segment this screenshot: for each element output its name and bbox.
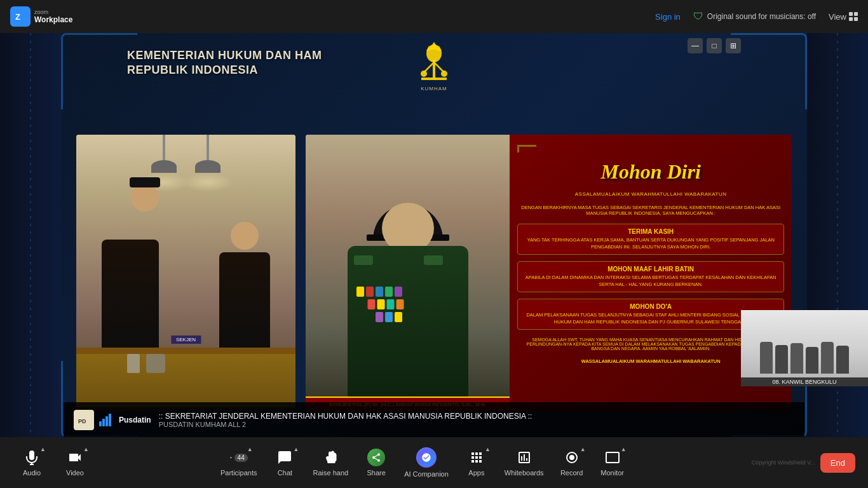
raise-hand-icon (322, 449, 339, 466)
officer-uniform (348, 246, 468, 411)
record-label: Record (560, 469, 583, 477)
left-video-panel: SEKJEN (76, 135, 295, 411)
kanwil-label: 08. KANWIL BENGKULU (741, 377, 868, 386)
thumbnail-content (741, 310, 868, 386)
center-logo: KUMHAM (415, 41, 453, 92)
apps-icon: ▲ (468, 449, 485, 466)
epaulette-right (424, 255, 443, 265)
epaulette-left (354, 255, 373, 265)
svg-line-5 (424, 62, 434, 72)
pusdatin-logo: PD Pusdatin (74, 410, 151, 430)
ceiling-lamp-2 (207, 135, 209, 173)
ministry-emblem (415, 41, 453, 88)
ai-companion-button[interactable]: AI Companion (398, 444, 455, 482)
apps-label: Apps (468, 469, 484, 477)
caption-line1: :: SEKRETARIAT JENDERAL KEMENTERIAN HUKU… (159, 412, 794, 421)
apps-button[interactable]: ▲ Apps (458, 445, 496, 480)
chat-button[interactable]: ▲ Chat (266, 445, 304, 480)
audio-label: Audio (23, 469, 41, 477)
video-button[interactable]: ▲ Video (56, 445, 94, 480)
topbar: Z zoom Workplace Sign in 🛡 Original soun… (0, 0, 868, 33)
zoom-logo-text: zoom Workplace (34, 9, 72, 24)
ai-companion-label: AI Companion (404, 470, 449, 478)
share-icon-bg (367, 449, 385, 466)
name-plate: SEKJEN (171, 336, 201, 344)
video-label: Video (66, 469, 84, 477)
caption-text-area: :: SEKRETARIAT JENDERAL KEMENTERIAN HUKU… (159, 412, 794, 428)
left-video-content: SEKJEN (76, 135, 295, 411)
thumbnail-panel: 08. KANWIL BENGKULU (741, 310, 868, 386)
view-button[interactable]: View (829, 12, 858, 22)
monitor-label: Monitor (600, 469, 624, 477)
participants-icon: ▲ 44 (230, 449, 248, 466)
toolbar-center-group: ▲ 44 Participants ▲ Chat Raise hand (214, 444, 632, 482)
section3-title: MOHON DO'A (523, 303, 778, 310)
person-1 (102, 209, 159, 354)
section-mohon-maaf: MOHON MAAF LAHIR BATIN APABILA DI DALAM … (517, 261, 784, 292)
video-icon: ▲ (66, 449, 84, 466)
ministry-title: KEMENTERIAN HUKUM DAN HAM REPUBLIK INDON… (127, 48, 322, 78)
video-grid: SEKJEN (64, 39, 804, 399)
section2-body: APABILA DI DALAM DINAMIKA DAN INTERAKSI … (523, 274, 778, 288)
participants-button[interactable]: ▲ 44 Participants (214, 445, 263, 480)
audio-button[interactable]: ▲ Audio (13, 445, 51, 480)
svg-point-8 (441, 71, 447, 77)
caption-bar: PD Pusdatin :: SEKRETARIAT JENDERAL KEME… (64, 402, 804, 437)
medals-row-3 (376, 312, 402, 322)
caption-line2: PUSDATIN KUMHAM ALL 2 (159, 421, 794, 428)
medals-row-1 (356, 287, 402, 297)
chat-icon: ▲ (276, 449, 294, 466)
svg-point-7 (421, 71, 427, 77)
raise-hand-label: Raise hand (313, 469, 348, 477)
officer-photo-area: KOMJEN POL (P) Dr. (H.C.) ANDAP BUDHI RE… (306, 135, 510, 411)
left-decoration (0, 33, 61, 437)
deco-corner-tl (517, 145, 536, 152)
presentation-content: KOMJEN POL (P) Dr. (H.C.) ANDAP BUDHI RE… (306, 135, 792, 411)
original-sound-indicator: 🛡 Original sound for musicians: off (693, 11, 816, 22)
ai-icon-bg (417, 449, 435, 466)
whiteboards-label: Whiteboards (505, 469, 544, 477)
record-button[interactable]: ▲ Record (553, 445, 591, 480)
toolbar-left-group: ▲ Audio ▲ Video (13, 445, 94, 480)
main-video-area: KEMENTERIAN HUKUM DAN HAM REPUBLIK INDON… (0, 33, 868, 437)
section3-body: DALAM PELAKSANAAN TUGAS SELANJUTNYA SEBA… (523, 312, 778, 325)
section1-title: TERIMA KASIH (523, 228, 778, 235)
share-label: Share (367, 469, 385, 477)
end-meeting-button[interactable]: End (820, 453, 855, 473)
whiteboards-button[interactable]: Whiteboards (498, 445, 550, 480)
participants-label: Participants (220, 469, 257, 477)
mohon-diri-title: Mohon Diri (517, 160, 784, 184)
share-button[interactable]: Share (357, 445, 395, 480)
officer-figure (338, 170, 478, 411)
signal-bars (99, 414, 111, 426)
ai-companion-icon (416, 447, 437, 468)
toolbar-right-group: Copyright Windshield V... End (752, 453, 855, 473)
svg-point-15 (569, 455, 574, 460)
section-terima-kasih: TERIMA KASIH YANG TAK TERHINGGA ATAS KER… (517, 224, 784, 255)
medals-row-2 (367, 299, 403, 309)
intro-text: DENGAN BERAKHIRNYA MASA TUGAS SEBAGAI SE… (517, 205, 784, 216)
svg-rect-4 (421, 78, 447, 80)
shield-icon: 🛡 (693, 11, 703, 22)
svg-line-6 (434, 62, 444, 72)
svg-text:PD: PD (78, 418, 86, 424)
copyright-text: Copyright Windshield V... (752, 459, 815, 466)
thumbnail-people (747, 316, 862, 374)
audio-icon: ▲ (23, 449, 41, 466)
raise-hand-button[interactable]: Raise hand (306, 445, 355, 480)
zoom-logo: Z zoom Workplace (10, 6, 72, 27)
svg-text:Z: Z (15, 12, 20, 22)
topbar-right: Sign in 🛡 Original sound for musicians: … (655, 11, 858, 22)
participants-count: 44 (234, 454, 248, 462)
ministry-header: KEMENTERIAN HUKUM DAN HAM REPUBLIK INDON… (127, 48, 322, 78)
sign-in-button[interactable]: Sign in (655, 12, 681, 22)
greeting-text: ASSALAMUALAIKUM WARAHMATULLAHI WABARAKAT… (517, 191, 784, 197)
whiteboards-icon (515, 449, 533, 466)
monitor-icon: ▲ (604, 449, 621, 466)
pusdatin-logo-box: PD (74, 410, 94, 430)
view-grid-icon (849, 12, 858, 21)
monitor-button[interactable]: ▲ Monitor (593, 445, 632, 480)
person-2 (219, 222, 270, 354)
share-icon (367, 449, 385, 466)
chat-label: Chat (278, 469, 292, 477)
